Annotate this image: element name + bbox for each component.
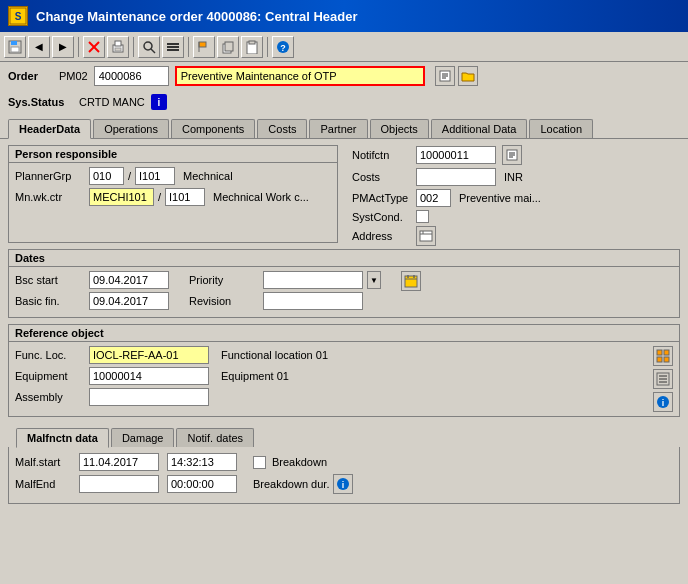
sys-status-value: CRTD MANC <box>79 96 145 108</box>
find-button[interactable] <box>138 36 160 58</box>
systcond-checkbox[interactable] <box>416 210 429 223</box>
edit-order-button[interactable] <box>435 66 455 86</box>
tab-location[interactable]: Location <box>529 119 593 138</box>
breakdown-wrap: Breakdown <box>253 456 327 469</box>
svg-rect-14 <box>167 49 179 51</box>
svg-rect-20 <box>249 41 255 44</box>
order-row: Order PM02 <box>0 62 688 90</box>
pmact-row: PMActType Preventive mai... <box>352 189 680 207</box>
costs-input[interactable] <box>416 168 496 186</box>
tab-costs[interactable]: Costs <box>257 119 307 138</box>
address-label: Address <box>352 230 412 242</box>
malf-end-row: MalfEnd Breakdown dur. i <box>15 474 673 494</box>
tab-partner[interactable]: Partner <box>309 119 367 138</box>
planner-grp-input1[interactable] <box>89 167 124 185</box>
bsc-start-input[interactable] <box>89 271 169 289</box>
malf-start-time-input[interactable] <box>167 453 237 471</box>
svg-text:?: ? <box>280 43 286 53</box>
breakdown-checkbox[interactable] <box>253 456 266 469</box>
revision-row: Revision <box>189 292 381 310</box>
tab-additional-data[interactable]: Additional Data <box>431 119 528 138</box>
assembly-row: Assembly <box>15 388 645 406</box>
paste-button[interactable] <box>241 36 263 58</box>
tab-damage[interactable]: Damage <box>111 428 175 447</box>
planner-grp-label: PlannerGrp <box>15 170 85 182</box>
malf-start-date-input[interactable] <box>79 453 159 471</box>
settings-button[interactable] <box>162 36 184 58</box>
person-responsible-title: Person responsible <box>9 146 337 163</box>
dates-calendar-button[interactable] <box>401 271 421 291</box>
breakdown-dur-wrap: Breakdown dur. i <box>253 474 353 494</box>
svg-rect-13 <box>167 46 179 48</box>
ref-obj-list-button[interactable] <box>653 369 673 389</box>
ref-obj-fields: Func. Loc. Functional location 01 Equipm… <box>15 346 645 409</box>
order-number-input[interactable] <box>94 66 169 86</box>
revision-input[interactable] <box>263 292 363 310</box>
assembly-label: Assembly <box>15 391 85 403</box>
mn-wk-ctr-input2[interactable] <box>165 188 205 206</box>
ref-obj-info-button[interactable]: i <box>653 392 673 412</box>
svg-rect-41 <box>664 357 669 362</box>
copy-button[interactable] <box>217 36 239 58</box>
tab-header-data[interactable]: HeaderData <box>8 119 91 139</box>
equipment-input[interactable] <box>89 367 209 385</box>
func-loc-input[interactable] <box>89 346 209 364</box>
svg-rect-9 <box>115 48 121 51</box>
priority-dropdown[interactable]: ▼ <box>367 271 381 289</box>
top-section: Person responsible PlannerGrp / Mechnica… <box>8 145 680 249</box>
priority-row: Priority ▼ <box>189 271 381 289</box>
costs-unit: INR <box>504 171 523 183</box>
save-button[interactable] <box>4 36 26 58</box>
assembly-input[interactable] <box>89 388 209 406</box>
tab-malfnctn-data[interactable]: Malfnctn data <box>16 428 109 448</box>
svg-rect-12 <box>167 43 179 45</box>
tab-objects[interactable]: Objects <box>370 119 429 138</box>
order-description-input[interactable] <box>175 66 425 86</box>
breakdown-dur-info-button[interactable]: i <box>333 474 353 494</box>
planner-grp-input2[interactable] <box>135 167 175 185</box>
dates-content: Bsc start Basic fin. Priority ▼ <box>9 267 679 317</box>
planner-grp-text: Mechnical <box>183 170 233 182</box>
cancel-button[interactable] <box>83 36 105 58</box>
pmact-input[interactable] <box>416 189 451 207</box>
dates-rows: Bsc start Basic fin. Priority ▼ <box>15 271 673 313</box>
dates-left: Bsc start Basic fin. <box>15 271 169 313</box>
tab-operations[interactable]: Operations <box>93 119 169 138</box>
priority-input[interactable] <box>263 271 363 289</box>
tab-notif-dates[interactable]: Notif. dates <box>176 428 254 447</box>
basic-fin-input[interactable] <box>89 292 169 310</box>
dates-section: Dates Bsc start Basic fin. Priority <box>8 249 680 318</box>
mn-wk-ctr-row: Mn.wk.ctr / Mechnical Work c... <box>15 188 331 206</box>
tab-components[interactable]: Components <box>171 119 255 138</box>
flag-button[interactable] <box>193 36 215 58</box>
basic-fin-row: Basic fin. <box>15 292 169 310</box>
print-button[interactable] <box>107 36 129 58</box>
app-icon: S <box>8 6 28 26</box>
help-button[interactable]: ? <box>272 36 294 58</box>
malf-end-time-input[interactable] <box>167 475 237 493</box>
status-info-button[interactable]: i <box>151 94 167 110</box>
status-row: Sys.Status CRTD MANC i <box>0 90 688 114</box>
address-row: Address <box>352 226 680 246</box>
back-button[interactable]: ◀ <box>28 36 50 58</box>
svg-rect-34 <box>405 276 417 287</box>
malf-end-date-input[interactable] <box>79 475 159 493</box>
svg-text:i: i <box>662 398 665 408</box>
ref-obj-row-container: Func. Loc. Functional location 01 Equipm… <box>15 346 673 412</box>
breakdown-dur-label: Breakdown dur. <box>253 478 329 490</box>
svg-rect-40 <box>657 357 662 362</box>
notifctn-edit-button[interactable] <box>502 145 522 165</box>
malf-start-label: Malf.start <box>15 456 75 468</box>
order-label: Order <box>8 70 53 82</box>
mn-wk-ctr-input1[interactable] <box>89 188 154 206</box>
systcond-label: SystCond. <box>352 211 412 223</box>
dates-right: Priority ▼ Revision <box>189 271 381 313</box>
content-area: Person responsible PlannerGrp / Mechnica… <box>0 138 688 510</box>
folder-button[interactable] <box>458 66 478 86</box>
address-icon-button[interactable] <box>416 226 436 246</box>
ref-obj-grid-button[interactable] <box>653 346 673 366</box>
notifctn-input[interactable] <box>416 146 496 164</box>
mn-wk-ctr-text: Mechnical Work c... <box>213 191 309 203</box>
toolbar-sep-2 <box>133 37 134 57</box>
forward-button[interactable]: ▶ <box>52 36 74 58</box>
